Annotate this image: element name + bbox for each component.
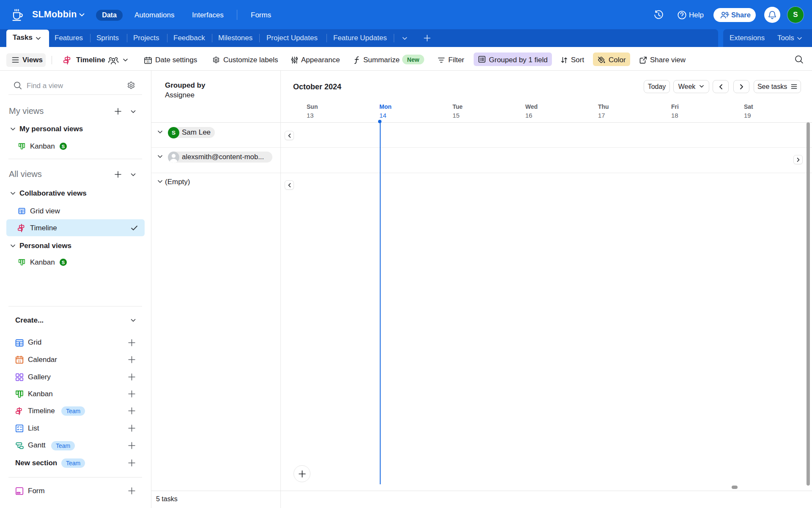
svg-text:31: 31 <box>18 359 21 363</box>
svg-text:31: 31 <box>146 60 150 63</box>
